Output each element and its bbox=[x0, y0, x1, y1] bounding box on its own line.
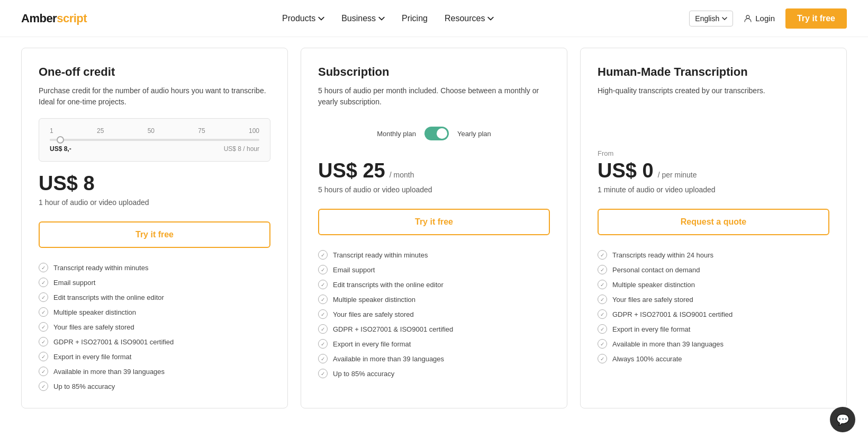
feature-item: Multiple speaker distinction bbox=[598, 280, 829, 289]
plan-one-off-title: One-off credit bbox=[39, 65, 270, 79]
plan-one-off-desc: Purchase credit for the number of audio … bbox=[39, 85, 270, 108]
check-icon bbox=[39, 337, 48, 346]
check-icon bbox=[318, 309, 328, 319]
check-icon bbox=[598, 250, 607, 260]
feature-item: Edit transcripts with the online editor bbox=[318, 280, 550, 289]
check-icon bbox=[318, 280, 328, 289]
feature-item: GDPR + ISO27001 & ISO9001 certified bbox=[318, 324, 550, 334]
chevron-down-icon bbox=[722, 17, 727, 20]
check-icon bbox=[39, 381, 48, 391]
try-it-free-nav-button[interactable]: Try it free bbox=[785, 8, 847, 29]
nav-pricing[interactable]: Pricing bbox=[402, 14, 428, 23]
navigation: Amberscript Products Business Pricing Re… bbox=[0, 0, 868, 37]
feature-item: Always 100% accurate bbox=[598, 354, 829, 363]
feature-item: Edit transcripts with the online editor bbox=[39, 292, 270, 302]
check-icon bbox=[598, 295, 607, 304]
toggle-knob bbox=[437, 128, 447, 139]
plan-subscription-price: US$ 25 / month bbox=[318, 159, 550, 182]
plan-human-made-from: From bbox=[598, 149, 829, 157]
plan-human-made-cta[interactable]: Request a quote bbox=[598, 209, 829, 235]
check-icon bbox=[318, 295, 328, 304]
pricing-section: One-off credit Purchase credit for the n… bbox=[0, 48, 868, 440]
nav-links: Products Business Pricing Resources bbox=[282, 14, 494, 23]
feature-item: Multiple speaker distinction bbox=[39, 307, 270, 317]
check-icon bbox=[318, 265, 328, 274]
plan-one-off-price-desc: 1 hour of audio or video uploaded bbox=[39, 198, 270, 207]
check-icon bbox=[39, 263, 48, 272]
feature-item: Email support bbox=[39, 278, 270, 287]
check-icon bbox=[598, 354, 607, 363]
feature-item: Transcripts ready within 24 hours bbox=[598, 250, 829, 260]
feature-item: Export in every file format bbox=[318, 339, 550, 349]
slider-price-row: US$ 8,- US$ 8 / hour bbox=[50, 145, 259, 153]
slider-labels: 1 25 50 75 100 bbox=[50, 127, 259, 135]
pricing-cards: One-off credit Purchase credit for the n… bbox=[21, 48, 847, 408]
feature-item: Personal contact on demand bbox=[598, 265, 829, 274]
chat-bubble[interactable]: 💬 bbox=[830, 407, 855, 432]
feature-item: Export in every file format bbox=[39, 352, 270, 361]
feature-item: Available in more than 39 languages bbox=[318, 354, 550, 363]
user-icon bbox=[744, 14, 752, 23]
login-button[interactable]: Login bbox=[744, 14, 775, 23]
plan-human-made-title: Human-Made Transcription bbox=[598, 65, 829, 79]
feature-item: Multiple speaker distinction bbox=[318, 295, 550, 304]
feature-item: GDPR + ISO27001 & ISO9001 certified bbox=[598, 309, 829, 319]
slider-thumb[interactable] bbox=[57, 136, 64, 144]
monthly-label: Monthly plan bbox=[377, 130, 416, 138]
nav-business[interactable]: Business bbox=[341, 14, 385, 23]
check-icon bbox=[598, 339, 607, 349]
yearly-label: Yearly plan bbox=[457, 130, 491, 138]
check-icon bbox=[318, 369, 328, 378]
check-icon bbox=[39, 352, 48, 361]
check-icon bbox=[39, 367, 48, 376]
feature-item: Export in every file format bbox=[598, 324, 829, 334]
svg-point-0 bbox=[746, 15, 749, 19]
plan-subscription-price-desc: 5 hours of audio or video uploaded bbox=[318, 185, 550, 194]
check-icon bbox=[39, 292, 48, 302]
check-icon bbox=[598, 265, 607, 274]
feature-item: Email support bbox=[318, 265, 550, 274]
plan-one-off-card: One-off credit Purchase credit for the n… bbox=[21, 48, 288, 408]
plan-toggle: Monthly plan Yearly plan bbox=[318, 118, 550, 149]
check-icon bbox=[318, 324, 328, 334]
check-icon bbox=[598, 309, 607, 319]
check-icon bbox=[598, 324, 607, 334]
feature-item: Your files are safely stored bbox=[598, 295, 829, 304]
chevron-down-icon bbox=[318, 15, 324, 22]
feature-item: GDPR + ISO27001 & ISO9001 certified bbox=[39, 337, 270, 346]
plan-human-made-features: Transcripts ready within 24 hours Person… bbox=[598, 250, 829, 363]
plan-one-off-features: Transcript ready within minutes Email su… bbox=[39, 263, 270, 391]
chevron-down-icon bbox=[487, 15, 494, 22]
plan-subscription-cta[interactable]: Try it free bbox=[318, 209, 550, 235]
feature-item: Available in more than 39 languages bbox=[39, 367, 270, 376]
feature-item: Transcript ready within minutes bbox=[39, 263, 270, 272]
chat-icon: 💬 bbox=[836, 413, 849, 426]
check-icon bbox=[318, 354, 328, 363]
logo[interactable]: Amberscript bbox=[21, 12, 87, 25]
check-icon bbox=[39, 278, 48, 287]
feature-item: Available in more than 39 languages bbox=[598, 339, 829, 349]
plan-human-made-price-desc: 1 minute of audio or video uploaded bbox=[598, 185, 829, 194]
plan-human-made-price: US$ 0 / per minute bbox=[598, 159, 829, 182]
plan-subscription-desc: 5 hours of audio per month included. Cho… bbox=[318, 85, 550, 108]
credit-slider-widget: 1 25 50 75 100 US$ 8,- US$ 8 / hour bbox=[39, 118, 270, 162]
check-icon bbox=[318, 250, 328, 260]
nav-products[interactable]: Products bbox=[282, 14, 324, 23]
slider-track bbox=[50, 139, 259, 141]
chevron-down-icon bbox=[378, 15, 385, 22]
check-icon bbox=[39, 307, 48, 317]
nav-resources[interactable]: Resources bbox=[445, 14, 494, 23]
plan-human-made-spacer bbox=[598, 107, 829, 149]
language-selector[interactable]: English bbox=[689, 11, 733, 26]
nav-right: English Login Try it free bbox=[689, 8, 847, 29]
billing-toggle[interactable] bbox=[424, 127, 449, 140]
feature-item: Up to 85% accuracy bbox=[318, 369, 550, 378]
plan-human-made-card: Human-Made Transcription High-quality tr… bbox=[580, 48, 847, 408]
plan-subscription-features: Transcript ready within minutes Email su… bbox=[318, 250, 550, 378]
plan-one-off-cta[interactable]: Try it free bbox=[39, 221, 270, 248]
plan-subscription-title: Subscription bbox=[318, 65, 550, 79]
check-icon bbox=[598, 280, 607, 289]
feature-item: Up to 85% accuracy bbox=[39, 381, 270, 391]
plan-human-made-desc: High-quality transcripts created by our … bbox=[598, 85, 829, 96]
check-icon bbox=[39, 322, 48, 332]
